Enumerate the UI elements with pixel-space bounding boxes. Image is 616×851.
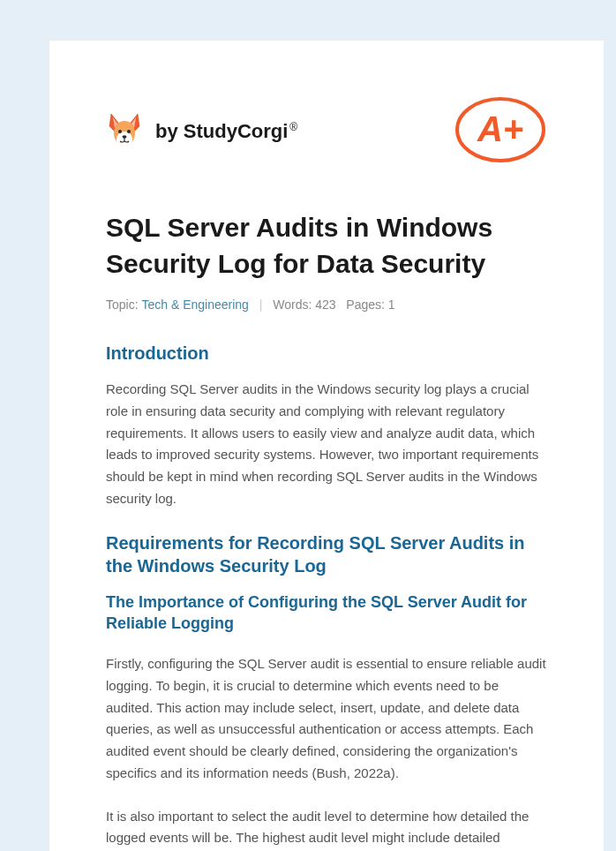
brand-block: by StudyCorgi®: [106, 110, 297, 153]
grade-badge-icon: A+: [454, 95, 547, 168]
brand-prefix: by: [155, 120, 184, 142]
meta-separator: |: [259, 297, 263, 312]
svg-point-1: [127, 130, 131, 133]
document-header: by StudyCorgi® A+: [106, 95, 547, 168]
paragraph: Recording SQL Server audits in the Windo…: [106, 379, 547, 510]
words-label: Words:: [273, 297, 315, 312]
registered-mark: ®: [289, 121, 297, 133]
grade-text: A+: [477, 109, 523, 148]
brand-name: StudyCorgi: [184, 120, 289, 142]
topic-link[interactable]: Tech & Engineering: [141, 297, 248, 312]
document-title: SQL Server Audits in Windows Security Lo…: [106, 210, 547, 282]
brand-text: by StudyCorgi®: [155, 120, 297, 143]
svg-point-0: [118, 130, 122, 133]
pages-value: 1: [388, 297, 395, 312]
corgi-icon: [106, 110, 143, 153]
document-meta: Topic: Tech & Engineering | Words: 423 P…: [106, 297, 547, 312]
paragraph: It is also important to select the audit…: [106, 806, 547, 851]
pages-label: Pages:: [346, 297, 387, 312]
section-heading-requirements: Requirements for Recording SQL Server Au…: [106, 531, 547, 577]
topic-label: Topic:: [106, 297, 141, 312]
words-value: 423: [315, 297, 335, 312]
paragraph: Firstly, configuring the SQL Server audi…: [106, 653, 547, 785]
document-page: by StudyCorgi® A+ SQL Server Audits in W…: [49, 41, 604, 851]
subsection-heading-importance: The Importance of Configuring the SQL Se…: [106, 591, 547, 635]
section-heading-introduction: Introduction: [106, 342, 547, 365]
